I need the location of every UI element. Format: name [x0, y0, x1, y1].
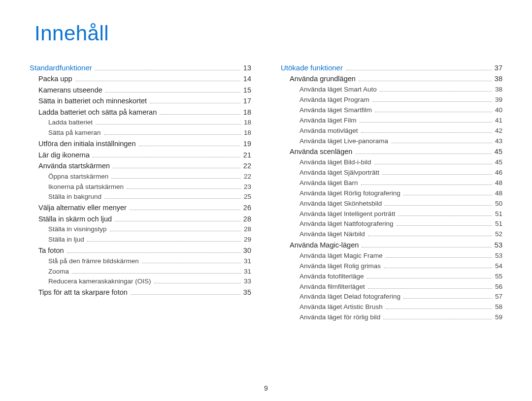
toc-item-link[interactable]: Sätta in batteriet och minneskortet17	[30, 95, 251, 106]
toc-subitem-link[interactable]: Ställa in bakgrund25	[30, 192, 251, 202]
toc-subitem-link[interactable]: Använda läget Intelligent porträtt51	[281, 209, 502, 219]
toc-subitem-link[interactable]: Använda läget Rolig grimas54	[281, 261, 502, 272]
toc-dot-leader	[105, 92, 240, 93]
toc-subitem-link[interactable]: Använda läget Program39	[281, 95, 502, 105]
toc-entry-page: 28	[244, 224, 251, 235]
toc-entry-page: 48	[495, 178, 502, 188]
toc-entry-page: 22	[244, 172, 251, 182]
toc-subitem-link[interactable]: Använda läget Live-panorama43	[281, 136, 502, 147]
toc-entry-page: 38	[495, 73, 502, 84]
toc-item-link[interactable]: Ta foton30	[30, 245, 251, 256]
toc-entry-page: 21	[243, 150, 251, 160]
toc-dot-leader	[385, 205, 492, 206]
toc-subitem-link[interactable]: Använda läget Delad fotografering57	[281, 292, 502, 302]
toc-entry-label: Använda läget Program	[299, 95, 369, 105]
toc-entry-page: 53	[495, 251, 502, 261]
toc-dot-leader	[372, 101, 492, 102]
toc-entry-label: Slå på den främre bildskärmen	[48, 256, 139, 267]
toc-dot-leader	[386, 308, 492, 309]
toc-entry-page: 13	[243, 62, 251, 73]
toc-dot-leader	[346, 70, 492, 70]
toc-item-link[interactable]: Packa upp14	[30, 73, 251, 84]
toc-subitem-link[interactable]: Använda filmfilterläget56	[281, 282, 502, 292]
toc-subitem-link[interactable]: Ställa in visningstyp28	[30, 224, 251, 235]
toc-subitem-link[interactable]: Ställa in ljud29	[30, 235, 251, 245]
toc-item-link[interactable]: Lär dig ikonerna21	[30, 150, 251, 160]
toc-subitem-link[interactable]: Använda läget Barn48	[281, 178, 502, 188]
toc-subitem-link[interactable]: Använda motivläget42	[281, 126, 502, 136]
toc-item-link[interactable]: Ladda batteriet och sätta på kameran18	[30, 107, 251, 118]
toc-subitem-link[interactable]: Ikonerna på startskärmen23	[30, 182, 251, 192]
toc-entry-label: Använda fotofilterläge	[299, 272, 364, 282]
toc-subitem-link[interactable]: Använda fotofilterläge55	[281, 272, 502, 282]
toc-entry-label: Använda grundlägen	[290, 73, 356, 84]
toc-entry-page: 41	[495, 116, 502, 126]
toc-subitem-link[interactable]: Använda läget Bild-i-bild45	[281, 157, 502, 168]
toc-dot-leader	[154, 283, 241, 283]
toc-columns: Standardfunktioner13Packa upp14Kamerans …	[30, 62, 502, 323]
toc-dot-leader	[139, 146, 240, 146]
toc-entry-label: Ställa in skärm och ljud	[38, 214, 112, 224]
toc-dot-leader	[95, 70, 240, 70]
toc-item-link[interactable]: Välja alternativ eller menyer26	[30, 202, 251, 213]
toc-entry-label: Använda läget Film	[299, 116, 357, 126]
toc-entry-label: Sätta på kameran	[48, 128, 101, 138]
toc-subitem-link[interactable]: Använda läget Film41	[281, 116, 502, 126]
toc-item-link[interactable]: Använda startskärmen22	[30, 160, 251, 171]
toc-entry-label: Använda läget Live-panorama	[299, 136, 388, 147]
toc-entry-page: 51	[495, 209, 502, 219]
toc-section-link[interactable]: Standardfunktioner13	[30, 62, 251, 73]
toc-entry-label: Använda scenlägen	[290, 146, 352, 157]
toc-dot-leader	[403, 298, 492, 299]
toc-entry-page: 18	[244, 128, 251, 138]
toc-entry-page: 37	[495, 62, 502, 73]
toc-subitem-link[interactable]: Använda läget Rörlig fotografering48	[281, 188, 502, 199]
toc-dot-leader	[368, 288, 492, 289]
toc-subitem-link[interactable]: Använda läget Skönhetsbild50	[281, 199, 502, 209]
toc-entry-page: 23	[244, 182, 251, 192]
toc-dot-leader	[111, 178, 241, 179]
toc-entry-label: Packa upp	[38, 73, 72, 84]
toc-subitem-link[interactable]: Slå på den främre bildskärmen31	[30, 256, 251, 267]
toc-dot-leader	[367, 278, 492, 278]
toc-entry-page: 35	[243, 287, 251, 298]
toc-subitem-link[interactable]: Använda läget Självporträtt46	[281, 168, 502, 178]
toc-entry-label: Använda läget Nattfotografering	[299, 219, 394, 229]
toc-subitem-link[interactable]: Zooma31	[30, 267, 251, 277]
toc-item-link[interactable]: Tips för att ta skarpare foton35	[30, 287, 251, 298]
toc-item-link[interactable]: Använda grundlägen38	[281, 73, 502, 84]
toc-item-link[interactable]: Använda scenlägen45	[281, 146, 502, 157]
toc-entry-page: 14	[243, 73, 251, 84]
toc-dot-leader	[93, 157, 240, 157]
toc-entry-page: 54	[495, 261, 502, 272]
toc-item-link[interactable]: Utföra den initiala inställningen19	[30, 138, 251, 149]
toc-subitem-link[interactable]: Använda läget Smart Auto38	[281, 85, 502, 95]
toc-dot-leader	[75, 81, 240, 81]
toc-item-link[interactable]: Använda Magic-lägen53	[281, 240, 502, 250]
toc-entry-page: 59	[495, 312, 502, 323]
toc-dot-leader	[104, 198, 241, 199]
toc-subitem-link[interactable]: Ladda batteriet18	[30, 118, 251, 128]
toc-item-link[interactable]: Kamerans utseende15	[30, 85, 251, 95]
toc-entry-label: Utökade funktioner	[281, 62, 343, 73]
toc-subitem-link[interactable]: Använda läget Närbild52	[281, 229, 502, 240]
toc-subitem-link[interactable]: Använda läget Nattfotografering51	[281, 219, 502, 229]
toc-entry-label: Använda Magic-lägen	[290, 240, 359, 250]
page-number: 9	[0, 384, 532, 392]
toc-subitem-link[interactable]: Använda läget Magic Frame53	[281, 251, 502, 261]
toc-subitem-link[interactable]: Reducera kameraskakningar (OIS)33	[30, 277, 251, 287]
toc-dot-leader	[360, 122, 492, 123]
toc-column-right: Utökade funktioner37Använda grundlägen38…	[281, 62, 502, 323]
toc-dot-leader	[397, 225, 492, 226]
toc-subitem-link[interactable]: Sätta på kameran18	[30, 128, 251, 138]
toc-subitem-link[interactable]: Använda läget Smartfilm40	[281, 105, 502, 116]
toc-item-link[interactable]: Ställa in skärm och ljud28	[30, 214, 251, 224]
toc-entry-page: 45	[495, 157, 502, 168]
toc-section-link[interactable]: Utökade funktioner37	[281, 62, 502, 73]
toc-entry-page: 57	[495, 292, 502, 302]
toc-entry-label: Zooma	[48, 267, 69, 277]
toc-dot-leader	[87, 241, 241, 242]
toc-subitem-link[interactable]: Använda läget Artistic Brush58	[281, 302, 502, 312]
toc-subitem-link[interactable]: Använda läget för rörlig bild59	[281, 312, 502, 323]
toc-subitem-link[interactable]: Öppna startskärmen22	[30, 172, 251, 182]
